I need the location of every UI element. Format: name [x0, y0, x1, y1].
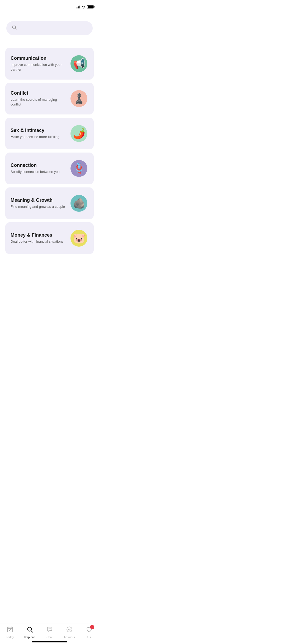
wifi-icon [82, 5, 86, 8]
search-bar[interactable] [6, 21, 93, 35]
card-emoji-sex-intimacy: 🌶️ [73, 128, 85, 139]
section-title [0, 43, 99, 48]
card-subtitle-meaning-growth: Find meaning and grow as a couple [11, 204, 68, 209]
card-text-communication: Communication Improve communication with… [11, 56, 68, 72]
card-illustration-meaning-growth: 🪨 [68, 193, 89, 214]
card-subtitle-connection: Solidify connection between you [11, 169, 68, 174]
card-illustration-communication: 📢 [68, 53, 89, 74]
card-subtitle-communication: Improve communication with your partner [11, 62, 68, 72]
card-emoji-money-finances: 🐷 [73, 233, 85, 243]
card-illustration-conflict: ♟️ [68, 88, 89, 109]
card-emoji-conflict: ♟️ [73, 94, 85, 104]
topic-card-meaning-growth[interactable]: Meaning & Growth Find meaning and grow a… [5, 187, 94, 219]
card-illustration-sex-intimacy: 🌶️ [68, 123, 89, 144]
card-title-meaning-growth: Meaning & Growth [11, 197, 68, 203]
card-title-communication: Communication [11, 56, 68, 61]
topic-card-connection[interactable]: Connection Solidify connection between y… [5, 153, 94, 184]
battery-icon [87, 5, 94, 8]
signal-bars [76, 5, 81, 8]
card-title-sex-intimacy: Sex & Intimacy [11, 128, 68, 133]
page-title [0, 12, 99, 21]
topic-card-conflict[interactable]: Conflict Learn the secrets of managing c… [5, 83, 94, 114]
card-text-meaning-growth: Meaning & Growth Find meaning and grow a… [11, 197, 68, 209]
card-title-conflict: Conflict [11, 90, 68, 96]
card-title-money-finances: Money & Finances [11, 232, 68, 238]
card-text-connection: Connection Solidify connection between y… [11, 163, 68, 174]
topic-card-sex-intimacy[interactable]: Sex & Intimacy Make your sex life more f… [5, 118, 94, 149]
search-container [0, 21, 99, 43]
topic-card-money-finances[interactable]: Money & Finances Deal better with financ… [5, 222, 94, 254]
card-text-money-finances: Money & Finances Deal better with financ… [11, 232, 68, 244]
status-icons [76, 5, 94, 8]
card-subtitle-sex-intimacy: Make your sex life more fulfilling [11, 135, 68, 139]
card-emoji-communication: 📢 [73, 59, 85, 69]
card-emoji-meaning-growth: 🪨 [73, 198, 85, 208]
topic-card-communication[interactable]: Communication Improve communication with… [5, 48, 94, 80]
card-subtitle-money-finances: Deal better with financial situations [11, 239, 68, 244]
status-bar [0, 0, 99, 12]
card-illustration-connection: 🪢 [68, 158, 89, 179]
card-text-conflict: Conflict Learn the secrets of managing c… [11, 90, 68, 107]
search-icon [12, 25, 17, 31]
card-illustration-money-finances: 🐷 [68, 228, 89, 249]
card-subtitle-conflict: Learn the secrets of managing conflict [11, 97, 68, 107]
card-emoji-connection: 🪢 [73, 163, 85, 173]
card-text-sex-intimacy: Sex & Intimacy Make your sex life more f… [11, 128, 68, 139]
topic-cards-container: Communication Improve communication with… [0, 48, 99, 280]
card-title-connection: Connection [11, 163, 68, 168]
